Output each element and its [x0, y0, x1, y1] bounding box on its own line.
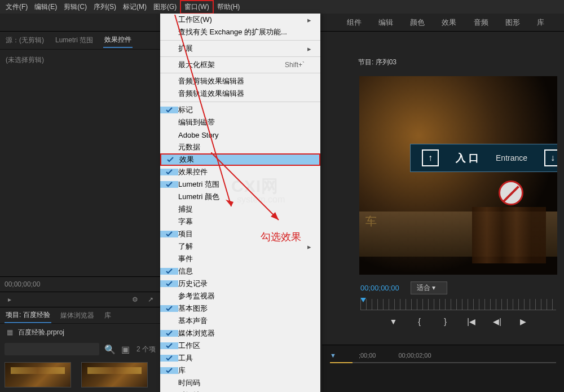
menu-item-[interactable]: 媒体浏览器	[160, 327, 320, 340]
menu-item-adobestory[interactable]: Adobe Story	[160, 129, 320, 141]
menu-item-[interactable]: 工作区	[160, 340, 320, 352]
project-item-2[interactable]	[81, 362, 148, 387]
project-item-1[interactable]	[5, 362, 71, 387]
transport-controls: ▼ { } |◀ ◀| ▶	[352, 311, 564, 332]
timeline-playhead-marker[interactable]: ▼	[330, 352, 336, 359]
menu-item-[interactable]: 效果	[160, 153, 320, 166]
check-icon	[161, 156, 179, 163]
wrench-icon[interactable]: ⚙	[130, 294, 140, 305]
menu-item-[interactable]: 信息	[160, 265, 320, 278]
menu-item-label: 捕捉	[178, 204, 305, 214]
tab-source[interactable]: 源：(无剪辑)	[5, 33, 45, 47]
no-smoking-icon	[499, 180, 523, 205]
timeline-tick-0: ;00;00	[359, 352, 376, 359]
play-button[interactable]: ▶	[518, 317, 529, 326]
menu-separator	[160, 73, 320, 73]
menu-item-[interactable]: 基本声音	[160, 315, 320, 327]
zoom-fit-select[interactable]: 适合 ▾	[411, 281, 447, 294]
program-scrubber[interactable]	[360, 299, 556, 310]
tab-effect-controls[interactable]: 效果控件	[103, 33, 133, 48]
menu-item-[interactable]: 最大化框架Shift+`	[160, 59, 320, 71]
menu-item-[interactable]: 库	[160, 364, 320, 377]
menu-window[interactable]: 窗口(W)	[180, 0, 213, 14]
menu-sequence[interactable]: 序列(S)	[90, 1, 120, 13]
in-point-button[interactable]: {	[414, 317, 425, 326]
item-count: 2 个项	[136, 345, 156, 354]
menu-item-[interactable]: 音频轨道效果编辑器	[160, 87, 320, 100]
menu-item-[interactable]: 效果控件	[160, 166, 320, 178]
menu-item-[interactable]: 时间码	[160, 377, 320, 389]
menu-item-label: 工作区	[178, 341, 305, 351]
menu-item-[interactable]: 标记	[160, 104, 320, 116]
check-icon	[160, 367, 178, 374]
menu-item-lumetri[interactable]: Lumetri 颜色	[160, 191, 320, 203]
program-preview[interactable]: 车车 ↑ 入 口 Entrance ↓	[359, 76, 557, 275]
menu-item-label: Adobe Story	[178, 131, 305, 139]
tab-effects[interactable]: 效果	[436, 14, 462, 31]
check-icon	[160, 280, 178, 287]
add-marker-button[interactable]: ▼	[388, 317, 399, 326]
timeline-clip-bar[interactable]	[330, 362, 352, 363]
tab-lumetri-scope[interactable]: Lumetri 范围	[54, 33, 94, 47]
menu-item-[interactable]: 扩展▸	[160, 42, 320, 55]
project-search-input[interactable]	[5, 343, 99, 355]
menu-graphics[interactable]: 图形(G)	[150, 1, 180, 13]
out-point-button[interactable]: }	[440, 317, 451, 326]
playhead-icon[interactable]	[360, 298, 366, 302]
tab-editing[interactable]: 编辑	[373, 14, 399, 31]
export-icon[interactable]: ↗	[146, 294, 156, 305]
menu-edit[interactable]: 编辑(E)	[31, 1, 60, 13]
menu-item-[interactable]: 编辑到磁带	[160, 116, 320, 129]
tab-graphics[interactable]: 图形	[500, 14, 526, 31]
menu-item-[interactable]: 事件	[160, 253, 320, 265]
annotation-text: 勾选效果	[261, 230, 301, 244]
menu-item-[interactable]: 元数据	[160, 141, 320, 153]
program-timecode[interactable]: 00;00;00;00	[360, 284, 399, 292]
tab-libraries[interactable]: 库	[103, 309, 112, 323]
timeline-ruler[interactable]: ▼ ;00;00 00;00;02;00	[322, 345, 564, 361]
check-icon	[160, 342, 178, 349]
tab-color[interactable]: 颜色	[404, 14, 430, 31]
menu-item-[interactable]: 工具	[160, 352, 320, 364]
marker-icon[interactable]: ▸	[5, 294, 15, 305]
menu-help[interactable]: 帮助(H)	[214, 1, 244, 13]
menu-clip[interactable]: 剪辑(C)	[60, 1, 90, 13]
menu-item-label: 音频剪辑效果编辑器	[178, 76, 305, 86]
project-file-icon: ▦	[5, 327, 15, 337]
arrow-down-icon: ↓	[544, 149, 557, 166]
menu-item-lumetri[interactable]: Lumetri 范围	[160, 178, 320, 191]
menu-item-[interactable]: 参考监视器	[160, 290, 320, 302]
tab-library[interactable]: 库	[531, 14, 550, 31]
menu-item-w[interactable]: 工作区(W)▸	[160, 14, 320, 26]
step-back-button[interactable]: ◀|	[492, 317, 503, 326]
menu-shortcut: Shift+`	[285, 61, 305, 69]
tab-assembly[interactable]: 组件	[341, 14, 367, 31]
menu-item-label: 参考监视器	[178, 291, 305, 301]
menu-item-label: 历史记录	[178, 279, 305, 289]
menu-item-[interactable]: 音频剪辑效果编辑器	[160, 75, 320, 87]
menu-separator	[160, 40, 320, 41]
menu-item-label: 媒体浏览器	[178, 328, 305, 338]
menu-item-label: 信息	[178, 266, 305, 276]
menu-item-[interactable]: 捕捉	[160, 203, 320, 215]
search-icon[interactable]: 🔍	[105, 344, 115, 354]
go-to-in-button[interactable]: |◀	[466, 317, 477, 326]
tab-media-browser[interactable]: 媒体浏览器	[59, 309, 95, 323]
menu-marker[interactable]: 标记(M)	[120, 1, 150, 13]
tab-audio[interactable]: 音频	[468, 14, 494, 31]
menu-item-[interactable]: 字幕	[160, 215, 320, 228]
menu-item-label: 库	[178, 365, 305, 376]
tab-project[interactable]: 项目: 百度经验	[5, 308, 51, 323]
check-icon	[160, 268, 178, 275]
submenu-arrow-icon: ▸	[305, 243, 311, 251]
menu-item-label: 最大化框架	[178, 60, 285, 70]
menu-item-[interactable]: 历史记录	[160, 278, 320, 290]
entrance-sign: ↑ 入 口 Entrance ↓	[410, 144, 557, 172]
menu-item-exchange[interactable]: 查找有关 Exchange 的扩展功能...	[160, 26, 320, 38]
folder-icon[interactable]: ▣	[121, 344, 131, 354]
menu-item-t[interactable]: 时间轴(T)▸	[160, 389, 320, 392]
menu-file[interactable]: 文件(F)	[2, 1, 31, 13]
check-icon	[160, 305, 178, 312]
menu-item-label: 编辑到磁带	[178, 117, 305, 127]
menu-item-[interactable]: 基本图形	[160, 302, 320, 315]
